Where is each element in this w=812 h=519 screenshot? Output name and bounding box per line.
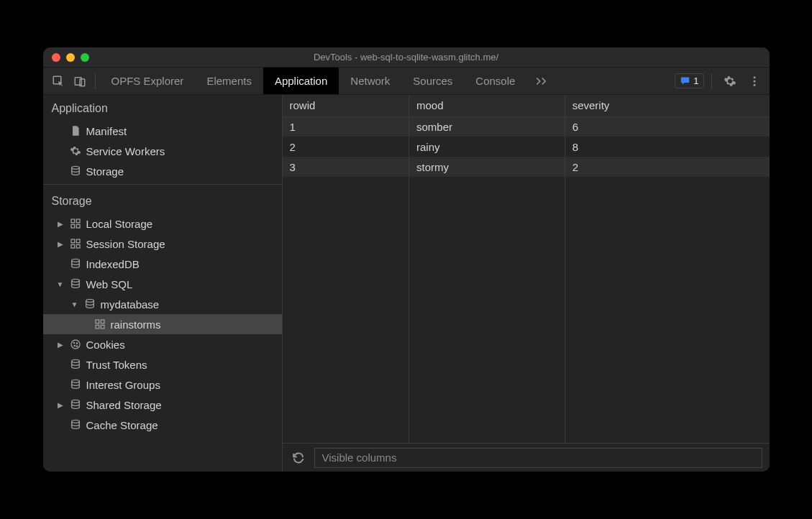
window-title: DevTools - web-sql-to-sqlite-wasm.glitch…: [43, 52, 770, 63]
minimize-window-button[interactable]: [66, 53, 75, 62]
grid-icon: [93, 318, 106, 331]
sidebar-item-label: Storage: [86, 165, 124, 178]
sidebar-item-label: Web SQL: [86, 278, 133, 290]
sidebar-item-rainstorms[interactable]: rainstorms: [43, 314, 282, 334]
visible-columns-input[interactable]: [314, 448, 762, 468]
sidebar-item-mydatabase[interactable]: ▼ mydatabase: [43, 294, 282, 314]
sidebar-item-label: mydatabase: [101, 298, 160, 311]
sidebar-item-cookies[interactable]: ▶ Cookies: [43, 334, 282, 354]
bottom-bar: [283, 443, 770, 472]
sidebar-item-label: IndexedDB: [86, 258, 140, 270]
tab-sources[interactable]: Sources: [401, 68, 464, 94]
table-row[interactable]: 1 somber 6: [283, 116, 770, 137]
svg-point-30: [71, 420, 79, 423]
sidebar-item-label: Service Workers: [86, 145, 165, 157]
table-wrap: rowid mood severity 1 somber 6 2: [283, 95, 770, 443]
sidebar-item-manifest[interactable]: ▶ Manifest: [43, 121, 282, 141]
device-toggle-button[interactable]: [69, 70, 91, 92]
column-header-mood[interactable]: mood: [409, 95, 565, 116]
svg-point-23: [73, 342, 74, 343]
tabs: OPFS Explorer Elements Application Netwo…: [100, 68, 557, 94]
main-panel: rowid mood severity 1 somber 6 2: [283, 95, 770, 472]
sidebar-item-label: Session Storage: [86, 238, 165, 250]
devtools-window: DevTools - web-sql-to-sqlite-wasm.glitch…: [43, 47, 770, 472]
section-title-application: Application: [43, 95, 282, 121]
database-icon: [69, 277, 82, 290]
sidebar-item-storage[interactable]: ▶ Storage: [43, 161, 282, 181]
more-tabs-button[interactable]: [526, 68, 557, 94]
column-header-rowid[interactable]: rowid: [283, 95, 409, 116]
close-window-button[interactable]: [52, 53, 60, 62]
cell: 2: [565, 157, 769, 177]
svg-rect-18: [96, 320, 99, 323]
sidebar-item-label: Interest Groups: [86, 379, 160, 391]
database-icon: [69, 378, 82, 391]
svg-point-5: [753, 83, 755, 86]
tab-network[interactable]: Network: [339, 68, 401, 94]
sidebar-item-cache-storage[interactable]: ▶ Cache Storage: [43, 415, 282, 435]
toolbar-separator: [711, 73, 712, 89]
tab-opfs-explorer[interactable]: OPFS Explorer: [100, 68, 196, 94]
table-header-row: rowid mood severity: [283, 95, 770, 116]
arrow-right-icon: ▶: [56, 220, 65, 228]
inspect-element-button[interactable]: [47, 70, 69, 92]
database-icon: [69, 358, 82, 371]
svg-rect-10: [76, 224, 80, 228]
refresh-button[interactable]: [290, 449, 307, 467]
cell: stormy: [409, 157, 565, 177]
svg-rect-11: [71, 239, 75, 243]
table-filler: [283, 177, 770, 443]
table-row[interactable]: 3 stormy 2: [283, 157, 770, 177]
svg-point-24: [76, 343, 77, 344]
sidebar-item-session-storage[interactable]: ▶ Session Storage: [43, 234, 282, 254]
svg-rect-20: [96, 325, 99, 329]
arrow-down-icon: ▼: [56, 280, 65, 288]
titlebar: DevTools - web-sql-to-sqlite-wasm.glitch…: [43, 47, 770, 68]
sidebar-item-interest-groups[interactable]: ▶ Interest Groups: [43, 375, 282, 395]
table-row[interactable]: 2 rainy 8: [283, 137, 770, 157]
tab-application[interactable]: Application: [263, 68, 339, 94]
sidebar-item-local-storage[interactable]: ▶ Local Storage: [43, 213, 282, 234]
cookie-icon: [69, 338, 82, 351]
traffic-lights: [43, 53, 89, 62]
arrow-right-icon: ▶: [56, 401, 65, 409]
cell: 2: [283, 137, 409, 157]
database-icon: [69, 398, 82, 411]
settings-button[interactable]: [719, 70, 741, 92]
svg-point-29: [71, 400, 79, 403]
svg-point-17: [86, 299, 93, 302]
column-header-severity[interactable]: severity: [565, 95, 769, 116]
more-options-button[interactable]: [744, 70, 765, 92]
svg-point-22: [71, 340, 80, 349]
tab-elements[interactable]: Elements: [195, 68, 263, 94]
toolbar: OPFS Explorer Elements Application Netwo…: [43, 68, 770, 95]
svg-rect-13: [71, 244, 75, 248]
maximize-window-button[interactable]: [81, 53, 89, 62]
sidebar: Application ▶ Manifest ▶ Service Workers…: [43, 95, 283, 472]
data-table: rowid mood severity 1 somber 6 2: [283, 95, 770, 443]
svg-point-25: [74, 345, 75, 346]
svg-rect-19: [101, 320, 104, 323]
sidebar-item-label: Manifest: [86, 125, 127, 137]
database-icon: [69, 165, 82, 178]
svg-rect-12: [76, 239, 80, 243]
gear-icon: [69, 144, 82, 157]
section-title-storage: Storage: [43, 188, 282, 213]
svg-rect-21: [101, 325, 104, 329]
sidebar-item-label: Cookies: [86, 339, 125, 351]
arrow-right-icon: ▶: [56, 240, 65, 248]
message-icon: [680, 75, 690, 86]
sidebar-item-shared-storage[interactable]: ▶ Shared Storage: [43, 395, 282, 415]
arrow-down-icon: ▼: [70, 300, 79, 308]
section-separator: [43, 184, 282, 185]
sidebar-item-indexeddb[interactable]: ▶ IndexedDB: [43, 254, 282, 274]
svg-rect-7: [71, 219, 75, 223]
messages-badge[interactable]: 1: [675, 73, 703, 88]
grid-icon: [69, 237, 82, 250]
cell: rainy: [409, 137, 565, 157]
sidebar-item-web-sql[interactable]: ▼ Web SQL: [43, 274, 282, 294]
sidebar-item-trust-tokens[interactable]: ▶ Trust Tokens: [43, 354, 282, 375]
sidebar-item-service-workers[interactable]: ▶ Service Workers: [43, 141, 282, 161]
tab-console[interactable]: Console: [464, 68, 526, 94]
sidebar-item-label: Trust Tokens: [86, 359, 147, 371]
